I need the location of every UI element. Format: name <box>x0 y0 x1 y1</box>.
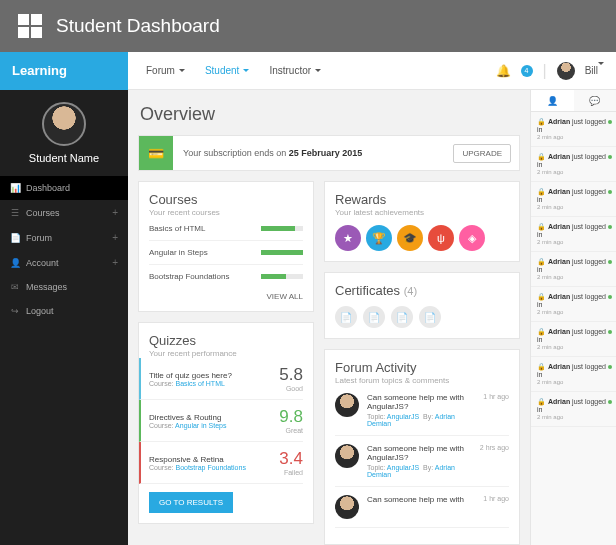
user-menu[interactable]: Bill <box>585 65 604 76</box>
feed-time: 2 min ago <box>537 344 610 350</box>
quiz-course: Course: Angular in Steps <box>149 422 226 429</box>
feed-time: 2 min ago <box>537 134 610 140</box>
bell-icon[interactable]: 🔔 <box>496 64 511 78</box>
sidebar-item-forum[interactable]: 📄Forum+ <box>0 225 128 250</box>
forum-item[interactable]: Can someone help me with AngularJS?Topic… <box>335 436 509 487</box>
grid-icon <box>18 14 42 38</box>
quiz-label: Good <box>279 385 303 392</box>
avatar <box>335 444 359 468</box>
card-title: Rewards <box>335 192 509 207</box>
quizzes-card: Quizzes Your recent performance Title of… <box>138 322 314 524</box>
document-icon[interactable]: 📄 <box>335 306 357 328</box>
course-row[interactable]: Bootstrap Foundations <box>149 265 303 288</box>
quiz-label: Failed <box>279 469 303 476</box>
feed-item[interactable]: 🔒Adrian just logged in2 min ago <box>531 112 616 147</box>
view-all-link[interactable]: VIEW ALL <box>149 288 303 301</box>
upgrade-button[interactable]: UPGRADE <box>453 144 511 163</box>
plus-icon[interactable]: + <box>112 232 118 243</box>
status-dot-icon <box>608 155 612 159</box>
star-icon[interactable]: ★ <box>335 225 361 251</box>
topnav-item-instructor[interactable]: Instructor <box>259 52 331 90</box>
feed-time: 2 min ago <box>537 274 610 280</box>
sidebar-item-label: Messages <box>26 282 67 292</box>
topnav-item-forum[interactable]: Forum <box>136 52 195 90</box>
activity-feed: 👤 💬 🔒Adrian just logged in2 min ago🔒Adri… <box>530 90 616 545</box>
chevron-down-icon <box>179 69 185 72</box>
page-title: Overview <box>140 104 520 125</box>
avatar <box>335 393 359 417</box>
document-icon[interactable]: 📄 <box>391 306 413 328</box>
feed-item[interactable]: 🔒Adrian just logged in2 min ago <box>531 217 616 252</box>
document-icon[interactable]: 📄 <box>419 306 441 328</box>
topnav-item-student[interactable]: Student <box>195 52 259 90</box>
sidebar-item-logout[interactable]: ↪Logout <box>0 299 128 323</box>
feed-time: 2 min ago <box>537 239 610 245</box>
feed-text: 🔒Adrian just logged in <box>537 293 610 308</box>
feed-text: 🔒Adrian just logged in <box>537 328 610 343</box>
document-icon[interactable]: 📄 <box>363 306 385 328</box>
page-topbar-title: Student Dashboard <box>56 15 220 37</box>
feed-text: 🔒Adrian just logged in <box>537 153 610 168</box>
feed-item[interactable]: 🔒Adrian just logged in2 min ago <box>531 322 616 357</box>
forum-post-title: Can someone help me with AngularJS? <box>367 393 475 411</box>
course-row[interactable]: Angular in Steps <box>149 241 303 265</box>
rewards-card: Rewards Your latest achievements ★ 🏆 🎓 ψ… <box>324 181 520 262</box>
quiz-score: 9.8 <box>279 407 303 427</box>
notification-badge[interactable]: 4 <box>521 65 533 77</box>
forum-time: 1 hr ago <box>483 393 509 427</box>
page-topbar: Student Dashboard <box>0 0 616 52</box>
sidebar-item-account[interactable]: 👤Account+ <box>0 250 128 275</box>
subscription-banner: 💳 Your subscription ends on 25 February … <box>138 135 520 171</box>
forum-item[interactable]: Can someone help me with 1 hr ago <box>335 487 509 528</box>
feed-item[interactable]: 🔒Adrian just logged in2 min ago <box>531 287 616 322</box>
feed-item[interactable]: 🔒Adrian just logged in2 min ago <box>531 357 616 392</box>
card-subtitle: Your recent courses <box>149 208 303 217</box>
brand-logo[interactable]: Learning <box>0 52 128 90</box>
chevron-down-icon <box>243 69 249 72</box>
sidebar-item-dashboard[interactable]: 📊Dashboard <box>0 176 128 200</box>
feed-text: 🔒Adrian just logged in <box>537 398 610 413</box>
feed-item[interactable]: 🔒Adrian just logged in2 min ago <box>531 147 616 182</box>
top-nav: Forum Student Instructor <box>128 52 496 90</box>
feed-item[interactable]: 🔒Adrian just logged in2 min ago <box>531 392 616 427</box>
courses-card: Courses Your recent courses Basics of HT… <box>138 181 314 312</box>
forum-meta: Topic: AngularJS By: Adrian Demian <box>367 464 472 478</box>
feed-text: 🔒Adrian just logged in <box>537 363 610 378</box>
quiz-row[interactable]: Title of quiz goes here?Course: Basics o… <box>139 358 303 400</box>
feed-tab-people[interactable]: 👤 <box>531 90 574 111</box>
quiz-row[interactable]: Directives & RoutingCourse: Angular in S… <box>139 400 303 442</box>
course-row[interactable]: Basics of HTML <box>149 217 303 241</box>
card-subtitle: Latest forum topics & comments <box>335 376 509 385</box>
avatar[interactable] <box>42 102 86 146</box>
diamond-icon[interactable]: ◈ <box>459 225 485 251</box>
progress-bar <box>261 226 303 231</box>
forum-time: 2 hrs ago <box>480 444 509 478</box>
lock-icon: 🔒 <box>537 258 546 265</box>
go-to-results-button[interactable]: GO TO RESULTS <box>149 492 233 513</box>
feed-text: 🔒Adrian just logged in <box>537 118 610 133</box>
forum-time: 1 hr ago <box>483 495 509 519</box>
quiz-title: Title of quiz goes here? <box>149 371 232 380</box>
lock-icon: 🔒 <box>537 223 546 230</box>
plus-icon[interactable]: + <box>112 207 118 218</box>
graduation-icon[interactable]: 🎓 <box>397 225 423 251</box>
msg-icon: ✉ <box>10 282 20 292</box>
plus-icon[interactable]: + <box>112 257 118 268</box>
app-header: Learning Forum Student Instructor 🔔 4 | … <box>0 52 616 90</box>
sidebar-item-messages[interactable]: ✉Messages <box>0 275 128 299</box>
forum-item[interactable]: Can someone help me with AngularJS?Topic… <box>335 385 509 436</box>
feed-item[interactable]: 🔒Adrian just logged in2 min ago <box>531 252 616 287</box>
feed-item[interactable]: 🔒Adrian just logged in2 min ago <box>531 182 616 217</box>
sidebar-item-courses[interactable]: ☰Courses+ <box>0 200 128 225</box>
status-dot-icon <box>608 260 612 264</box>
user-icon: 👤 <box>10 258 20 268</box>
certificates-card: Certificates (4) 📄 📄 📄 📄 <box>324 272 520 339</box>
quiz-row[interactable]: Responsive & RetinaCourse: Bootstrap Fou… <box>139 442 303 484</box>
trophy-icon[interactable]: 🏆 <box>366 225 392 251</box>
lock-icon: 🔒 <box>537 363 546 370</box>
avatar[interactable] <box>557 62 575 80</box>
profile-name: Student Name <box>0 152 128 164</box>
feed-tab-chat[interactable]: 💬 <box>574 90 617 111</box>
branch-icon[interactable]: ψ <box>428 225 454 251</box>
side-nav: 📊Dashboard☰Courses+📄Forum+👤Account+✉Mess… <box>0 176 128 323</box>
